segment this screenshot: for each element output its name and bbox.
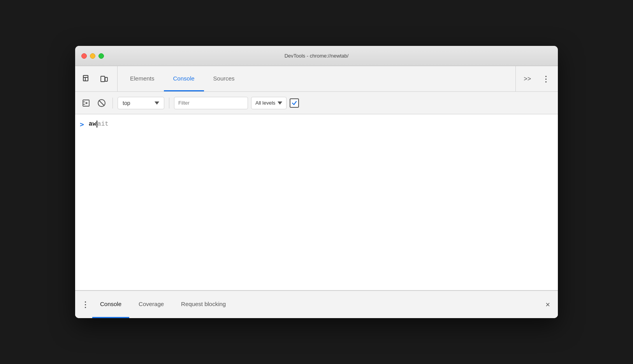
devtools-menu-button[interactable]: ⋮	[539, 73, 553, 85]
bottom-tab-console[interactable]: Console	[92, 291, 129, 318]
toolbar-separator-1	[113, 98, 113, 108]
toolbar-separator-2	[169, 98, 169, 108]
inspect-element-button[interactable]	[80, 72, 94, 86]
tab-bar-icons	[80, 66, 118, 91]
tab-bar-right: >> ⋮	[515, 66, 553, 91]
svg-rect-1	[101, 76, 105, 82]
tab-console[interactable]: Console	[164, 66, 204, 91]
title-bar: DevTools - chrome://newtab/	[75, 46, 558, 66]
device-toolbar-button[interactable]	[97, 72, 111, 86]
tab-elements[interactable]: Elements	[121, 66, 164, 91]
console-prompt: >	[80, 120, 84, 128]
show-console-sidebar-button[interactable]	[80, 97, 92, 109]
devtools-body: Elements Console Sources >> ⋮	[75, 66, 558, 318]
tab-bar: Elements Console Sources >> ⋮	[75, 66, 558, 92]
console-content[interactable]: > await	[75, 114, 558, 290]
tab-sources[interactable]: Sources	[204, 66, 244, 91]
window-title: DevTools - chrome://newtab/	[285, 53, 349, 59]
bottom-tab-request-blocking[interactable]: Request blocking	[173, 291, 234, 318]
svg-marker-10	[278, 102, 282, 105]
svg-line-8	[99, 100, 104, 106]
traffic-lights	[81, 53, 104, 59]
log-checkbox[interactable]	[290, 98, 299, 108]
minimize-button[interactable]	[90, 53, 95, 59]
console-input-line[interactable]: > await	[75, 117, 558, 131]
close-bottom-panel-button[interactable]: ×	[542, 299, 553, 310]
svg-marker-4	[86, 102, 88, 104]
levels-selector[interactable]: All levels	[251, 97, 287, 109]
console-toolbar: top All levels	[75, 92, 558, 114]
bottom-panel: ⋮ Console Coverage Request blocking ×	[75, 290, 558, 318]
close-button[interactable]	[81, 53, 87, 59]
tab-items: Elements Console Sources	[121, 66, 244, 91]
clear-console-button[interactable]	[95, 97, 108, 109]
svg-rect-2	[105, 77, 107, 81]
devtools-window: DevTools - chrome://newtab/	[75, 46, 558, 318]
autocomplete-text: ait	[97, 121, 109, 128]
bottom-tab-coverage[interactable]: Coverage	[131, 291, 172, 318]
context-selector[interactable]: top	[118, 97, 164, 109]
typed-text: aw	[89, 121, 96, 128]
maximize-button[interactable]	[98, 53, 104, 59]
console-input-text: await	[89, 121, 109, 128]
more-tabs-button[interactable]: >>	[520, 74, 534, 84]
svg-marker-9	[155, 102, 159, 105]
filter-input[interactable]	[174, 97, 248, 109]
bottom-panel-menu-button[interactable]: ⋮	[80, 298, 91, 312]
